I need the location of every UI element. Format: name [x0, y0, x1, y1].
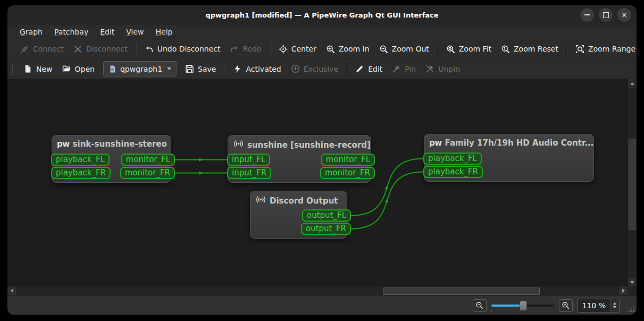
toolbar-separator: [566, 43, 567, 55]
zoom-fit-button[interactable]: Zoom Fit: [441, 41, 496, 56]
port-monitor_FL[interactable]: monitor_FL: [121, 154, 175, 166]
port-output_FR[interactable]: output_FR: [301, 223, 351, 235]
patchbay-select[interactable]: qpwgraph1: [103, 61, 177, 77]
edit-button[interactable]: Edit: [350, 62, 387, 77]
v-scrollbar[interactable]: [628, 79, 637, 286]
port-playback_FR[interactable]: playback_FR: [423, 166, 483, 178]
app-window: qpwgraph1 [modified] — A PipeWire Graph …: [7, 5, 637, 315]
maximize-button[interactable]: [599, 8, 613, 22]
menu-help[interactable]: Help: [150, 27, 179, 37]
arrow-right-icon: [622, 289, 625, 293]
connection-arrow: [384, 198, 389, 203]
status-zoom-in-button[interactable]: [559, 299, 573, 312]
menubar: GraphPatchbayEditViewHelp: [7, 25, 637, 39]
resize-grip[interactable]: [628, 305, 634, 312]
v-scroll-thumb[interactable]: [629, 139, 635, 230]
toolbar-separator: [346, 63, 347, 75]
graph-canvas[interactable]: pwsink-sunshine-stereoplayback_FLplaybac…: [7, 79, 637, 295]
undo-button[interactable]: Undo Disconnect: [140, 41, 225, 56]
new-button[interactable]: New: [19, 62, 57, 77]
menu-edit[interactable]: Edit: [94, 27, 120, 37]
minimize-button[interactable]: [580, 8, 594, 22]
toolbar-separator: [224, 63, 225, 75]
zoom-range-label: Zoom Range: [588, 45, 635, 53]
spin-up-button[interactable]: [613, 302, 616, 305]
broadcast-icon: [255, 195, 266, 206]
zoom-in-label: Zoom In: [339, 45, 370, 53]
node-header: Discord Output: [250, 191, 347, 206]
node-sunshine[interactable]: sunshine [sunshine-record]input_FLinput_…: [228, 135, 371, 183]
zoom-range-button[interactable]: Zoom Range: [571, 41, 637, 56]
zoom-in-icon: [326, 45, 335, 54]
toolbar-drag-handle[interactable]: [11, 63, 14, 75]
port-playback_FR[interactable]: playback_FR: [51, 167, 111, 179]
h-scroll-left-button[interactable]: [7, 286, 16, 295]
port-monitor_FR[interactable]: monitor_FR: [120, 167, 175, 179]
port-playback_FL[interactable]: playback_FL: [423, 153, 482, 165]
zoom-value: 110 %: [578, 301, 610, 310]
spin-buttons: [610, 299, 619, 312]
zoom-slider[interactable]: [491, 300, 554, 311]
disconnect-icon: [73, 45, 82, 54]
node-header: sunshine [sunshine-record]: [228, 136, 371, 150]
connection-arrow: [199, 171, 204, 175]
edit-label: Edit: [368, 65, 382, 73]
status-zoom-out-button[interactable]: [473, 299, 487, 312]
port-output_FL[interactable]: output_FL: [302, 209, 351, 222]
undo-icon: [145, 45, 154, 54]
node-discord-output[interactable]: Discord Outputoutput_FLoutput_FR: [250, 191, 347, 239]
redo-label: Redo: [242, 45, 261, 53]
disconnect-label: Disconnect: [86, 45, 128, 53]
open-label: Open: [75, 65, 95, 73]
zoom-slider-handle[interactable]: [520, 301, 527, 311]
node-sink-sunshine-stereo[interactable]: pwsink-sunshine-stereoplayback_FLplaybac…: [52, 135, 171, 183]
zoom-reset-button[interactable]: Zoom Reset: [496, 41, 563, 56]
open-button[interactable]: Open: [57, 62, 99, 77]
connections-layer: [7, 79, 637, 295]
zoom-spinbox[interactable]: 110 %: [578, 299, 620, 312]
exclusive-label: Exclusive: [304, 65, 338, 73]
pin-button: Pin: [387, 62, 421, 77]
center-button[interactable]: Center: [274, 41, 321, 56]
toolbar-separator: [437, 43, 438, 55]
maximize-icon: [603, 12, 609, 18]
zoom-in-button[interactable]: Zoom In: [321, 41, 374, 56]
zoom-out-icon: [475, 301, 483, 309]
v-scroll-down-button[interactable]: [628, 278, 637, 286]
titlebar[interactable]: qpwgraph1 [modified] — A PipeWire Graph …: [7, 5, 637, 25]
node-family-audio[interactable]: pwFamily 17h/19h HD Audio Contr...playba…: [424, 134, 594, 182]
save-button[interactable]: Save: [180, 62, 221, 77]
zoom-slider-fill: [491, 305, 523, 307]
port-playback_FL[interactable]: playback_FL: [51, 154, 110, 166]
combo-value: qpwgraph1: [120, 65, 162, 73]
menu-view[interactable]: View: [120, 27, 149, 37]
zoom-out-button[interactable]: Zoom Out: [374, 41, 434, 56]
activated-button[interactable]: Activated: [228, 62, 286, 77]
edit-icon: [355, 64, 364, 73]
menu-patchbay[interactable]: Patchbay: [48, 27, 94, 37]
port-monitor_FL[interactable]: monitor_FL: [321, 154, 375, 166]
exclusive-button: Exclusive: [286, 62, 343, 77]
zoom-fit-icon: [446, 45, 455, 54]
patchbay-file-icon: [108, 65, 117, 73]
toolbar-main: ConnectDisconnectUndo DisconnectRedoCent…: [7, 39, 637, 59]
close-button[interactable]: ✕: [617, 8, 631, 22]
h-scroll-thumb[interactable]: [383, 288, 540, 295]
center-label: Center: [291, 45, 316, 53]
slider-tick: [491, 310, 492, 312]
port-input_FR[interactable]: input_FR: [227, 167, 271, 179]
v-scroll-up-button[interactable]: [628, 79, 637, 88]
menu-graph[interactable]: Graph: [14, 27, 48, 37]
activated-icon: [233, 64, 242, 73]
close-icon: ✕: [622, 12, 628, 19]
pin-icon: [392, 64, 401, 73]
h-scroll-right-button[interactable]: [619, 286, 628, 295]
spin-down-button[interactable]: [613, 306, 616, 308]
h-scrollbar[interactable]: [7, 286, 628, 295]
undo-label: Undo Disconnect: [157, 45, 221, 53]
pin-label: Pin: [405, 65, 416, 73]
port-monitor_FR[interactable]: monitor_FR: [320, 167, 375, 179]
toolbar-separator: [270, 43, 271, 55]
zoom-out-label: Zoom Out: [392, 45, 429, 53]
port-input_FL[interactable]: input_FL: [227, 154, 270, 166]
